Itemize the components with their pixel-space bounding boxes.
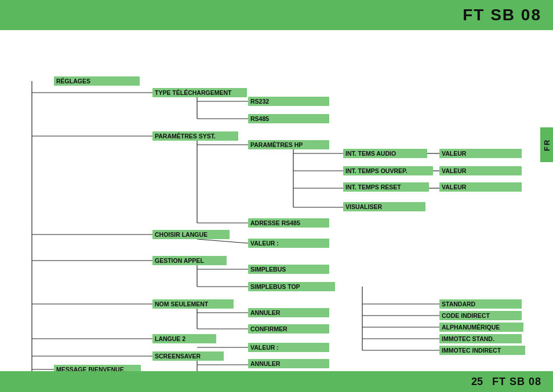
node-params-syst: PARAMÈTRES SYST. xyxy=(152,131,238,141)
node-valeur2: VALEUR xyxy=(439,166,522,175)
footer-page: 25 xyxy=(471,376,483,388)
svg-text:VALEUR: VALEUR xyxy=(442,184,467,190)
node-alphanumerique: ALPHANUMÉRIQUE xyxy=(439,323,523,332)
svg-text:SIMPLEBUS TOP: SIMPLEBUS TOP xyxy=(250,283,300,290)
node-simplebus: SIMPLEBUS xyxy=(248,265,329,274)
svg-text:RS485: RS485 xyxy=(250,115,269,122)
svg-line-18 xyxy=(197,239,248,243)
node-valeur3: VALEUR xyxy=(439,182,522,192)
tree-svg: RÉGLAGES TYPE TÉLÉCHARGEMENT RS232 RS485… xyxy=(0,30,540,371)
svg-text:TYPE TÉLÉCHARGEMENT: TYPE TÉLÉCHARGEMENT xyxy=(155,89,232,96)
node-adresse-rs485: ADRESSE RS485 xyxy=(248,218,329,228)
node-annuler2: ANNULER xyxy=(248,359,329,368)
svg-text:VALEUR: VALEUR xyxy=(442,167,467,174)
svg-text:SIMPLEBUS: SIMPLEBUS xyxy=(250,266,286,273)
node-reglages: RÉGLAGES xyxy=(54,76,140,86)
node-code-indirect: CODE INDIRECT xyxy=(439,311,522,320)
diagram: RÉGLAGES TYPE TÉLÉCHARGEMENT RS232 RS485… xyxy=(0,30,540,371)
svg-text:CODE INDIRECT: CODE INDIRECT xyxy=(442,312,490,319)
node-int-temps-ouvrep: INT. TEMPS OUVREP. xyxy=(343,166,433,175)
svg-text:VALEUR :: VALEUR : xyxy=(250,240,279,247)
node-message-bienvenue: MESSAGE BIENVENUE xyxy=(54,365,141,371)
svg-text:MESSAGE BIENVENUE: MESSAGE BIENVENUE xyxy=(56,366,124,371)
svg-text:VISUALISER: VISUALISER xyxy=(345,203,382,210)
svg-text:NOM SEULEMENT: NOM SEULEMENT xyxy=(155,301,209,307)
svg-text:ANNULER: ANNULER xyxy=(250,360,281,367)
svg-text:VALEUR :: VALEUR : xyxy=(250,344,279,351)
node-valeur-cl: VALEUR : xyxy=(248,239,329,248)
node-rs232: RS232 xyxy=(248,97,329,106)
node-choisir-langue: CHOISIR LANGUE xyxy=(152,230,230,239)
svg-text:SCREENSAVER: SCREENSAVER xyxy=(155,353,201,360)
node-valeur-ss: VALEUR : xyxy=(248,343,329,352)
svg-text:ADRESSE RS485: ADRESSE RS485 xyxy=(250,219,300,226)
svg-text:INT. TEMPS RESET: INT. TEMPS RESET xyxy=(345,184,401,190)
footer: 25 FT SB 08 xyxy=(0,371,553,392)
node-type-tel: TYPE TÉLÉCHARGEMENT xyxy=(152,88,247,97)
svg-text:RS232: RS232 xyxy=(250,98,269,105)
node-confirmer1: CONFIRMER xyxy=(248,324,329,334)
node-valeur1: VALEUR xyxy=(439,149,522,158)
node-params-hp: PARAMÈTRES HP xyxy=(248,140,329,149)
fr-tab: FR xyxy=(540,127,553,162)
svg-text:IMMOTEC STAND.: IMMOTEC STAND. xyxy=(442,335,494,342)
node-standard: STANDARD xyxy=(439,299,522,309)
svg-text:ANNULER: ANNULER xyxy=(250,309,281,316)
node-visualiser: VISUALISER xyxy=(343,202,425,211)
svg-text:VALEUR: VALEUR xyxy=(442,150,467,157)
svg-text:STANDARD: STANDARD xyxy=(442,301,476,307)
node-rs485: RS485 xyxy=(248,114,329,123)
svg-text:RÉGLAGES: RÉGLAGES xyxy=(56,78,90,85)
svg-text:INT. TEMPS OUVREP.: INT. TEMPS OUVREP. xyxy=(345,167,408,174)
node-int-tems-audio: INT. TEMS AUDIO xyxy=(343,149,427,158)
svg-text:LANGUE 2: LANGUE 2 xyxy=(155,335,185,342)
svg-text:CONFIRMER: CONFIRMER xyxy=(250,325,288,332)
svg-text:ALPHANUMÉRIQUE: ALPHANUMÉRIQUE xyxy=(442,324,500,331)
node-langue2: LANGUE 2 xyxy=(152,334,216,343)
node-immotec-stand: IMMOTEC STAND. xyxy=(439,334,522,343)
node-int-temps-reset: INT. TEMPS RESET xyxy=(343,182,429,192)
node-gestion-appel: GESTION APPEL xyxy=(152,256,227,265)
svg-text:INT. TEMS AUDIO: INT. TEMS AUDIO xyxy=(345,150,396,157)
footer-title: FT SB 08 xyxy=(492,376,541,388)
svg-text:CHOISIR LANGUE: CHOISIR LANGUE xyxy=(155,231,208,238)
header: FT SB 08 xyxy=(0,0,553,30)
svg-text:GESTION APPEL: GESTION APPEL xyxy=(155,257,204,264)
svg-text:PARAMÈTRES HP: PARAMÈTRES HP xyxy=(250,141,303,148)
node-screensaver: SCREENSAVER xyxy=(152,351,224,361)
svg-text:IMMOTEC INDIRECT: IMMOTEC INDIRECT xyxy=(442,347,501,354)
node-nom-seulement: NOM SEULEMENT xyxy=(152,299,234,309)
svg-text:PARAMÈTRES SYST.: PARAMÈTRES SYST. xyxy=(155,133,216,140)
header-title: FT SB 08 xyxy=(463,6,541,24)
node-annuler1: ANNULER xyxy=(248,308,329,317)
node-immotec-indirect: IMMOTEC INDIRECT xyxy=(439,346,525,355)
node-simplebus-top: SIMPLEBUS TOP xyxy=(248,282,335,291)
